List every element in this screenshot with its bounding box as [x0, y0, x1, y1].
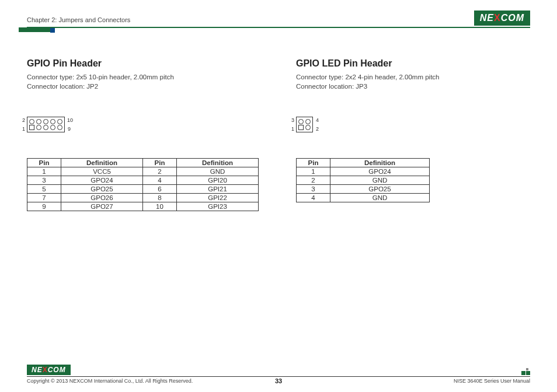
manual-name: NISE 3640E Series User Manual [454, 378, 530, 384]
table-row: 9GPO2710GPI23 [27, 202, 259, 211]
table-row: 1GPO24 [297, 167, 430, 176]
gpio-led-pin-header-section: GPIO LED Pin Header Connector type: 2x2 … [296, 58, 530, 211]
pin-table-jp2: Pin Definition Pin Definition 1VCC52GND … [27, 158, 259, 211]
table-row: 5GPO256GPI21 [27, 185, 259, 194]
nexcom-logo: NEXCOM [474, 10, 530, 26]
accent-square [50, 28, 55, 33]
footer-squares-icon [521, 368, 530, 375]
pin-table-jp3: Pin Definition 1GPO24 2GND 3GPO25 4GND [296, 158, 430, 202]
gpio-pin-header-section: GPIO Pin Header Connector type: 2x5 10-p… [27, 58, 261, 211]
accent-bar [19, 27, 50, 32]
connector-location-left: Connector location: JP2 [27, 82, 261, 91]
section-title-right: GPIO LED Pin Header [296, 58, 530, 69]
table-row: 4GND [297, 194, 430, 202]
section-title-left: GPIO Pin Header [27, 58, 261, 69]
nexcom-logo-footer: NEXCOM [27, 365, 71, 375]
table-row: 3GPO244GPI20 [27, 176, 259, 185]
chapter-title: Chapter 2: Jumpers and Connectors [27, 16, 130, 26]
pin-diagram-jp3: 3 4 1 2 [296, 117, 530, 132]
table-row: 3GPO25 [297, 185, 430, 194]
table-row: 2GND [297, 176, 430, 185]
page-number: 33 [275, 377, 282, 384]
table-row: 1VCC52GND [27, 167, 259, 176]
table-row: 7GPO268GPI22 [27, 194, 259, 202]
connector-location-right: Connector location: JP3 [296, 82, 530, 91]
page-footer: NEXCOM Copyright © 2013 NEXCOM Internati… [27, 365, 530, 384]
pin-diagram-jp2: 2 10 1 9 [27, 117, 261, 132]
connector-type-left: Connector type: 2x5 10-pin header, 2.00m… [27, 72, 261, 82]
connector-type-right: Connector type: 2x2 4-pin header, 2.00mm… [296, 72, 530, 82]
page-header: Chapter 2: Jumpers and Connectors NEXCOM [27, 10, 530, 28]
copyright-text: Copyright © 2013 NEXCOM International Co… [27, 378, 193, 384]
